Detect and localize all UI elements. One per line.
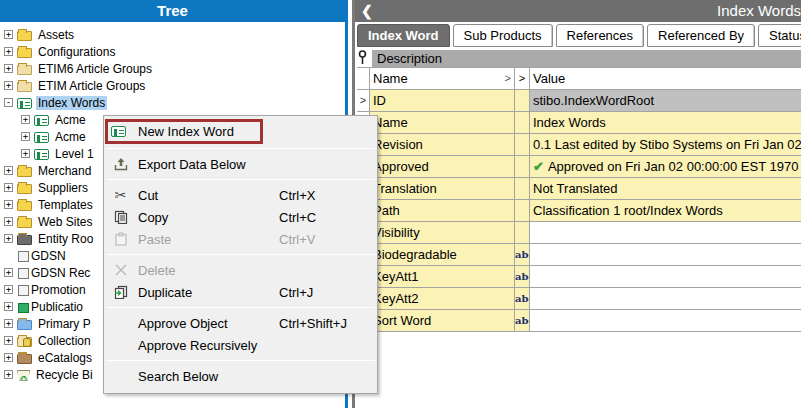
recycle-bin-icon bbox=[17, 370, 30, 381]
cube-icon bbox=[18, 285, 29, 296]
context-menu: New Index Word Export Data Below ✂ CutCt… bbox=[103, 115, 378, 394]
attr-name[interactable]: Visibility bbox=[370, 222, 515, 244]
attr-name[interactable]: Biodegradable bbox=[370, 244, 515, 266]
type-column-header[interactable]: > bbox=[515, 68, 530, 90]
expand-plus-icon[interactable]: + bbox=[4, 81, 13, 90]
text-attribute-type-icon: abc bbox=[515, 266, 530, 288]
menu-item-cut[interactable]: ✂ CutCtrl+X bbox=[104, 184, 377, 206]
detail-header: ❮ Index Words bbox=[355, 0, 801, 22]
index-word-icon bbox=[34, 115, 49, 126]
text-attribute-type-icon: abc bbox=[515, 310, 530, 332]
expand-plus-icon[interactable]: + bbox=[4, 234, 13, 243]
pin-icon[interactable] bbox=[357, 50, 372, 67]
collection-folder-icon bbox=[17, 337, 32, 347]
back-chevron-icon[interactable]: ❮ bbox=[361, 3, 373, 19]
expand-plus-icon[interactable]: + bbox=[4, 319, 13, 328]
menu-item-duplicate[interactable]: DuplicateCtrl+J bbox=[104, 281, 377, 303]
expand-plus-icon[interactable]: + bbox=[21, 149, 30, 158]
tree-item-index-words[interactable]: -Index Words bbox=[0, 94, 345, 111]
tab-sub-products[interactable]: Sub Products bbox=[453, 24, 553, 47]
attr-value-biodegradable[interactable] bbox=[530, 244, 801, 266]
attr-value-translation[interactable]: Not Translated bbox=[530, 178, 801, 200]
expand-plus-icon[interactable]: + bbox=[4, 217, 13, 226]
row-marker-header bbox=[357, 68, 370, 90]
folder-icon bbox=[17, 167, 32, 177]
value-column-header[interactable]: Value bbox=[530, 68, 801, 90]
expand-plus-icon[interactable]: + bbox=[4, 370, 13, 379]
expand-plus-icon[interactable]: + bbox=[4, 353, 13, 362]
folder-icon bbox=[17, 218, 32, 228]
detail-title: Index Words bbox=[717, 2, 801, 19]
attr-value-visibility[interactable] bbox=[530, 222, 801, 244]
attr-name[interactable]: Sort Word bbox=[370, 310, 515, 332]
attr-value-approved[interactable]: ✔Approved on Fri Jan 02 00:00:00 EST 197… bbox=[530, 156, 801, 178]
detail-panel: ❮ Index Words Index Word Sub Products Re… bbox=[352, 0, 801, 408]
menu-item-approve-object[interactable]: Approve ObjectCtrl+Shift+J bbox=[104, 312, 377, 334]
tab-bar: Index Word Sub Products References Refer… bbox=[357, 24, 801, 48]
expand-plus-icon[interactable]: + bbox=[4, 200, 13, 209]
menu-item-copy[interactable]: CopyCtrl+C bbox=[104, 206, 377, 228]
index-word-icon bbox=[34, 132, 49, 143]
attr-value-keyatt1[interactable] bbox=[530, 266, 801, 288]
paste-clipboard-icon bbox=[112, 231, 129, 247]
menu-item-search-below[interactable]: Search Below bbox=[104, 365, 377, 387]
collapse-minus-icon[interactable]: - bbox=[4, 98, 13, 107]
expand-plus-icon[interactable]: + bbox=[4, 47, 13, 56]
approved-check-icon: ✔ bbox=[533, 159, 544, 174]
name-column-header[interactable]: Name> bbox=[370, 68, 515, 90]
folder-icon bbox=[17, 48, 32, 58]
attr-value-sort-word[interactable] bbox=[530, 310, 801, 332]
blue-folder-icon bbox=[17, 320, 32, 330]
tab-referenced-by[interactable]: Referenced By bbox=[647, 24, 755, 47]
tree-item-etim6-article-groups[interactable]: +ETIM6 Article Groups bbox=[0, 60, 345, 77]
index-word-icon bbox=[112, 123, 129, 139]
folder-icon bbox=[17, 184, 32, 194]
attr-value-keyatt2[interactable] bbox=[530, 288, 801, 310]
tree-item-etim-article-groups[interactable]: +ETIM Article Groups bbox=[0, 77, 345, 94]
tab-status[interactable]: Status bbox=[758, 24, 801, 47]
expand-plus-icon[interactable]: + bbox=[4, 285, 13, 294]
duplicate-icon bbox=[112, 284, 129, 300]
expand-plus-icon[interactable]: + bbox=[4, 268, 13, 277]
attr-name[interactable]: KeyAtt1 bbox=[370, 266, 515, 288]
tab-references[interactable]: References bbox=[556, 24, 644, 47]
cut-scissors-icon: ✂ bbox=[112, 187, 129, 203]
tree-item-configurations[interactable]: +Configurations bbox=[0, 43, 345, 60]
attr-value-revision[interactable]: 0.1 Last edited by Stibo Systems on Fri … bbox=[530, 134, 801, 156]
folder-icon bbox=[17, 31, 32, 41]
attr-name[interactable]: KeyAtt2 bbox=[370, 288, 515, 310]
sort-indicator-icon[interactable]: > bbox=[505, 68, 511, 89]
description-section-label: Description bbox=[372, 50, 801, 67]
menu-separator bbox=[106, 360, 375, 361]
attr-name[interactable]: Path bbox=[370, 200, 515, 222]
tree-panel-title: Tree bbox=[0, 0, 345, 22]
attr-name[interactable]: Translation bbox=[370, 178, 515, 200]
menu-separator bbox=[106, 179, 375, 180]
attr-name[interactable]: Name bbox=[370, 112, 515, 134]
expand-plus-icon[interactable]: + bbox=[4, 302, 13, 311]
cube-icon bbox=[18, 251, 29, 262]
brown-folder-icon bbox=[17, 354, 32, 364]
tree-item-assets[interactable]: +Assets bbox=[0, 26, 345, 43]
menu-item-paste[interactable]: PasteCtrl+V bbox=[104, 228, 377, 250]
expand-plus-icon[interactable]: + bbox=[4, 336, 13, 345]
export-icon bbox=[112, 156, 129, 172]
expand-plus-icon[interactable]: + bbox=[4, 30, 13, 39]
attr-value-path[interactable]: Classification 1 root/Index Words bbox=[530, 200, 801, 222]
expand-plus-icon[interactable]: + bbox=[4, 183, 13, 192]
menu-item-approve-recursively[interactable]: Approve Recursively bbox=[104, 334, 377, 356]
expand-plus-icon[interactable]: + bbox=[4, 64, 13, 73]
menu-item-delete[interactable]: Delete bbox=[104, 259, 377, 281]
attr-name[interactable]: Revision bbox=[370, 134, 515, 156]
attr-name[interactable]: ID bbox=[370, 90, 515, 112]
attr-value-name[interactable]: Index Words bbox=[530, 112, 801, 134]
expand-plus-icon[interactable]: + bbox=[4, 166, 13, 175]
expand-plus-icon[interactable]: + bbox=[21, 132, 30, 141]
menu-item-export-data-below[interactable]: Export Data Below bbox=[104, 153, 377, 175]
menu-item-new-index-word[interactable]: New Index Word bbox=[104, 118, 377, 144]
attr-name[interactable]: Approved bbox=[370, 156, 515, 178]
attr-value-id[interactable]: stibo.IndexWordRoot bbox=[530, 90, 801, 112]
entity-folder-icon bbox=[17, 235, 32, 245]
expand-plus-icon[interactable]: + bbox=[21, 115, 30, 124]
tab-index-word[interactable]: Index Word bbox=[357, 24, 450, 47]
